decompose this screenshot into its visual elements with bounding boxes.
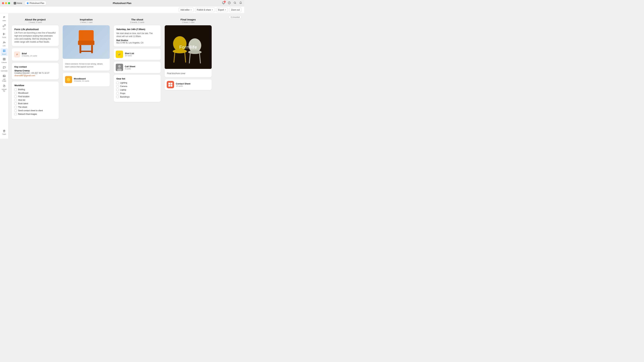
trash-icon xyxy=(3,129,6,133)
sidebar-label-comment: Comment xyxy=(1,70,8,72)
checklist-item-the-shoot[interactable]: The shoot xyxy=(14,106,56,108)
zoom-out-button[interactable]: Zoom out xyxy=(229,8,242,12)
gear-label-laptop: Laptop xyxy=(120,89,126,91)
card-contact-sheet[interactable]: Contact Sheet 13 cards xyxy=(165,79,212,90)
help-icon[interactable]: ? xyxy=(228,1,231,5)
moodboard-icon: 🟡 xyxy=(65,76,72,83)
shoot-location-address: 911 S Hill St, Los Angeles, CA xyxy=(116,41,158,44)
sidebar-item-column[interactable]: Column xyxy=(1,57,8,64)
checklist-item-shot-list[interactable]: Shot list xyxy=(14,99,56,101)
svg-rect-35 xyxy=(79,30,94,42)
card-gear-list[interactable]: Gear list Lighting Camera Laptop xyxy=(114,75,161,102)
checklist-label-retouch: Retouch final images xyxy=(18,113,37,115)
gear-list-title: Gear list xyxy=(116,77,158,80)
column-header-shoot: The shoot 2 boards, 2 cards xyxy=(114,18,161,23)
notification-icon[interactable] xyxy=(239,1,242,5)
menubar: Add editor ▼ Publish & share ▼ Export ▼ … xyxy=(0,6,244,13)
checkbox-the-shoot[interactable] xyxy=(14,106,17,108)
checkbox-send-contact[interactable] xyxy=(14,109,17,112)
sidebar-item-board[interactable]: Board xyxy=(1,48,8,56)
checkbox-backdrops[interactable] xyxy=(116,96,119,98)
card-shot-list[interactable]: Shot List 18 cards xyxy=(114,49,161,60)
sidebar-label-line: Line xyxy=(3,45,6,46)
checklist-item-find-location[interactable]: Find location xyxy=(14,95,56,98)
shot-list-meta: 18 cards xyxy=(125,55,134,57)
card-brief[interactable]: Brief 2 boards, 14 cards xyxy=(12,48,59,61)
checklist-item-retouch[interactable]: Retouch final images xyxy=(14,113,56,115)
sidebar-item-line[interactable]: Line xyxy=(1,40,8,48)
tab-home[interactable]: M Home xyxy=(12,1,24,5)
sidebar-item-trash[interactable]: Trash xyxy=(1,128,8,136)
gear-item-lighting[interactable]: Lighting xyxy=(116,82,158,84)
card-call-sheet[interactable]: Call Sheet 3 cards xyxy=(114,62,161,73)
card-workflow[interactable]: Workflow Briefing Moodboard Find loca xyxy=(12,81,59,119)
checkbox-shot-list[interactable] xyxy=(14,99,17,101)
gear-item-props[interactable]: Props xyxy=(116,92,158,94)
call-sheet-icon xyxy=(116,64,123,71)
svg-rect-15 xyxy=(3,34,4,35)
sidebar-item-todo[interactable]: To-do xyxy=(1,31,8,39)
checkbox-props[interactable] xyxy=(116,92,119,94)
tab-photoshoot-plan[interactable]: Photoshoot Plan xyxy=(25,1,46,5)
maximize-button[interactable] xyxy=(8,2,10,4)
column-final-images: Final images 1 board, 1 card xyxy=(165,18,212,121)
sidebar-label-upload-file: Upload file xyxy=(1,88,7,92)
checklist-item-briefing[interactable]: Briefing xyxy=(14,88,56,91)
sidebar-item-upload-file[interactable]: Upload file xyxy=(1,83,8,93)
card-schedule[interactable]: Saturday, Jan 14th (7:00am) We start dea… xyxy=(114,25,161,46)
publish-share-button[interactable]: Publish & share ▼ xyxy=(195,8,215,12)
sidebar-label-add-image: Add image xyxy=(1,78,7,82)
shoot-location-name: Red Studios xyxy=(116,39,158,41)
sidebar-item-link[interactable]: Link xyxy=(1,23,8,31)
svg-rect-21 xyxy=(4,51,5,52)
svg-rect-18 xyxy=(3,50,4,51)
sidebar-item-note[interactable]: Note xyxy=(1,15,8,22)
contact-email[interactable]: sharna987@gmail.com xyxy=(14,74,35,77)
sidebar-label-board: Board xyxy=(2,53,6,55)
key-contact-title: Key contact xyxy=(14,65,56,68)
checklist-item-book-talent[interactable]: Book talent xyxy=(14,102,56,105)
contact-sheet-text: Contact Sheet 13 cards xyxy=(176,82,190,87)
contact-sheet-meta: 13 cards xyxy=(176,85,190,87)
board-icon xyxy=(3,49,6,53)
gear-item-camera[interactable]: Camera xyxy=(116,85,158,87)
checkbox-briefing[interactable] xyxy=(14,88,17,91)
checklist-item-moodboard[interactable]: Moodboard xyxy=(14,92,56,94)
canvas[interactable]: 0 Unsorted About the project 1 board, 2 … xyxy=(8,13,244,139)
checkbox-laptop[interactable] xyxy=(116,89,119,91)
checkbox-retouch[interactable] xyxy=(14,113,17,115)
minimize-button[interactable] xyxy=(5,2,7,4)
add-editor-button[interactable]: Add editor ▼ xyxy=(178,8,194,12)
call-sheet-name: Call Sheet xyxy=(125,65,135,68)
svg-rect-56 xyxy=(168,83,170,84)
gear-item-backdrops[interactable]: Backdrops xyxy=(116,96,158,98)
checkbox-lighting[interactable] xyxy=(116,82,119,84)
card-title-photoshoot: Form Life photoshoot xyxy=(14,28,56,31)
brief-name: Brief xyxy=(22,52,37,55)
sidebar-item-add-image[interactable]: Add image xyxy=(1,73,8,83)
search-icon[interactable] xyxy=(234,1,236,5)
svg-point-17 xyxy=(4,42,5,43)
checklist-item-send-contact[interactable]: Send contact sheet to client xyxy=(14,109,56,112)
gear-item-laptop[interactable]: Laptop xyxy=(116,89,158,91)
device-icon[interactable]: 0 xyxy=(222,1,225,5)
card-chair-image[interactable]: Client comment: I'd love to see strong, … xyxy=(63,25,110,71)
sidebar: Note Link To-do xyxy=(0,13,8,139)
checklist-label-send-contact: Send contact sheet to client xyxy=(18,109,43,112)
checkbox-book-talent[interactable] xyxy=(14,102,17,105)
shoot-description: We start dead on time, don't be late. Th… xyxy=(116,32,158,38)
checkbox-camera[interactable] xyxy=(116,85,119,87)
checkbox-moodboard[interactable] xyxy=(14,92,17,94)
export-button[interactable]: Export ▼ xyxy=(216,8,228,12)
final-caption-area: Final brochure cover xyxy=(165,70,212,77)
card-final-image[interactable]: Formlife Final brochure cover xyxy=(165,25,212,77)
card-key-contact[interactable]: Key contact Sharna Creevy Creative Direc… xyxy=(12,63,59,79)
checkbox-find-location[interactable] xyxy=(14,95,17,98)
close-button[interactable] xyxy=(2,2,4,4)
sidebar-item-comment[interactable]: Comment xyxy=(1,65,8,73)
card-moodboard[interactable]: 🟡 Moodboard 3 boards, 11 cards xyxy=(63,73,110,86)
card-form-life-photoshoot[interactable]: Form Life photoshoot Life Form are launc… xyxy=(12,25,59,46)
line-icon xyxy=(3,41,6,44)
svg-rect-40 xyxy=(118,53,121,56)
window-title: Photoshoot Plan xyxy=(113,2,131,4)
